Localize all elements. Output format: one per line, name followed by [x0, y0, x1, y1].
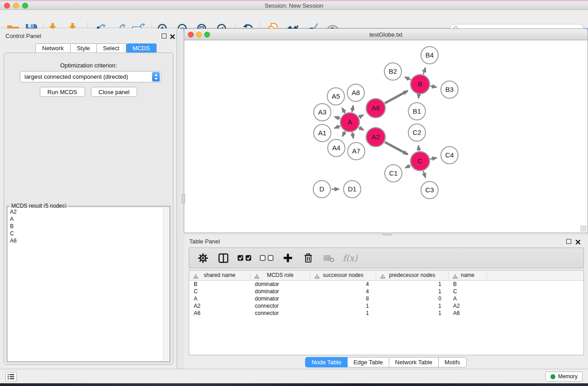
function-builder-icon[interactable]: f(x): [343, 253, 358, 263]
column-view-icon[interactable]: [217, 252, 229, 264]
graph-node-label: B1: [413, 107, 421, 115]
close-window-button[interactable]: [4, 3, 10, 9]
column-tree-icon: [254, 273, 259, 281]
table-body: Bdominator41BCdominator41CAdominator80AA…: [189, 281, 583, 317]
memory-label: Memory: [558, 373, 578, 380]
column-tree-icon: [315, 273, 320, 281]
graph-edge-C-C2[interactable]: [418, 146, 419, 151]
tab-network-table[interactable]: Network Table: [389, 357, 439, 367]
table-cell: connector: [250, 310, 311, 317]
tab-edge-table[interactable]: Edge Table: [348, 357, 389, 367]
control-panel-tabs: NetworkStyleSelectMCDS: [35, 43, 157, 53]
result-item[interactable]: A2: [8, 208, 163, 215]
table-row[interactable]: A2connector11A2: [189, 302, 583, 310]
graph-edge-A-A6[interactable]: [359, 115, 363, 117]
graph-node-label: A6: [372, 104, 380, 112]
float-table-panel-icon[interactable]: [566, 239, 571, 244]
graph-node-label: A2: [372, 133, 380, 141]
run-mcds-button[interactable]: Run MCDS: [40, 87, 85, 97]
float-panel-icon[interactable]: [162, 33, 167, 38]
graph-edge-A-A3[interactable]: [335, 117, 340, 119]
table-row[interactable]: Cdominator41C: [189, 288, 583, 295]
graph-edge-C-C4[interactable]: [430, 158, 437, 159]
graph-edge-B-B2[interactable]: [405, 77, 411, 80]
graph-edge-A-A4[interactable]: [343, 131, 345, 136]
mcds-panel: Optimization criterion: largest connecte…: [4, 52, 173, 365]
network-window-titlebar[interactable]: testGlobe.txt: [184, 29, 588, 40]
close-panel-button[interactable]: Close panel: [91, 87, 138, 97]
deselect-all-checkboxes-icon[interactable]: [259, 252, 274, 264]
trash-icon[interactable]: [302, 252, 315, 264]
column-header-MCDS-role[interactable]: MCDS role: [250, 271, 311, 281]
result-scrollbar[interactable]: [163, 208, 169, 361]
tab-mcds[interactable]: MCDS: [126, 43, 157, 53]
add-column-icon[interactable]: [282, 252, 294, 264]
result-item[interactable]: C: [8, 230, 163, 237]
select-all-checkboxes-icon[interactable]: [237, 252, 252, 264]
memory-button[interactable]: Memory: [545, 372, 583, 381]
table-cell: A: [189, 295, 250, 302]
task-history-button[interactable]: [5, 372, 17, 381]
close-table-panel-icon[interactable]: [575, 238, 581, 244]
criterion-select[interactable]: largest connected component (directed): [20, 71, 161, 82]
graph-edge-A2-C[interactable]: [385, 142, 408, 154]
gear-icon[interactable]: [196, 252, 209, 264]
graph-node-label: A7: [352, 147, 360, 155]
table-row[interactable]: Adominator80A: [189, 295, 583, 302]
close-panel-icon[interactable]: [170, 33, 175, 38]
graph-edge-A-A8[interactable]: [352, 105, 354, 112]
graph-edge-C-C3[interactable]: [423, 171, 425, 178]
desktop-background-strip: [0, 383, 588, 386]
table-cell: A6: [189, 310, 250, 317]
graph-node-label: A4: [332, 144, 340, 152]
tab-select[interactable]: Select: [97, 43, 126, 53]
graph-node-label: C1: [389, 169, 397, 177]
graph-edge-A-A1[interactable]: [335, 126, 340, 128]
minimize-window-button[interactable]: [13, 3, 19, 9]
graph-edge-A-A5[interactable]: [342, 108, 345, 113]
network-canvas[interactable]: B4B2BB3A8A5A6A3B1AA1C2A2A4A7C4CC1DD1C3: [184, 40, 588, 233]
result-item[interactable]: B: [8, 223, 163, 230]
graph-node-label: C4: [445, 151, 454, 159]
table-panel-title: Table Panel: [189, 238, 220, 245]
network-zoom-button[interactable]: [204, 32, 210, 38]
graph-node-label: A: [348, 118, 352, 126]
tab-network[interactable]: Network: [35, 43, 71, 53]
tab-node-table[interactable]: Node Table: [305, 357, 348, 367]
tab-motifs[interactable]: Motifs: [439, 357, 467, 367]
table-tabs: Node TableEdge TableNetwork TableMotifs: [184, 357, 588, 367]
graph-node-label: B3: [445, 86, 454, 93]
table-row[interactable]: Bdominator41B: [189, 281, 583, 288]
table-cell: A6: [449, 310, 487, 317]
delete-table-icon[interactable]: [322, 252, 335, 264]
column-header-predecessor-nodes[interactable]: predecessor nodes: [376, 271, 449, 281]
column-header-successor-nodes[interactable]: successor nodes: [311, 271, 376, 281]
graph-edge-A-A2[interactable]: [359, 128, 363, 130]
graph-edge-B-B3[interactable]: [430, 86, 437, 87]
table-cell: 1: [311, 302, 376, 310]
table-row[interactable]: A6connector11A6: [189, 310, 583, 317]
resize-grip-icon[interactable]: [580, 225, 587, 232]
graph-edge-B-B4[interactable]: [423, 68, 425, 75]
graph-edge-A-A7[interactable]: [352, 132, 354, 138]
column-header-name[interactable]: name: [449, 271, 487, 281]
result-item[interactable]: A: [8, 215, 163, 223]
result-item[interactable]: A6: [8, 237, 163, 244]
graph-node-label: D: [320, 185, 325, 193]
column-header-shared-name[interactable]: shared name: [189, 271, 250, 281]
split-divider-grip[interactable]: [182, 194, 185, 203]
table-cell: B: [189, 281, 250, 288]
graph-edge-A6-B[interactable]: [385, 91, 408, 103]
tab-style[interactable]: Style: [71, 43, 97, 53]
graph-node-label: B: [418, 80, 422, 88]
network-close-button[interactable]: [188, 32, 194, 38]
memory-status-dot: [550, 374, 555, 379]
zoom-window-button[interactable]: [22, 3, 28, 9]
network-window: testGlobe.txt B4B2BB3A8A5A6A3B1AA1C2A2A4…: [184, 29, 588, 233]
network-minimize-button[interactable]: [196, 32, 202, 38]
graph-edge-B-B1[interactable]: [418, 95, 419, 98]
network-graph[interactable]: B4B2BB3A8A5A6A3B1AA1C2A2A4A7C4CC1DD1C3: [184, 40, 588, 233]
criterion-select-value: largest connected component (directed): [20, 73, 152, 80]
table-cell: 1: [376, 288, 449, 295]
graph-edge-C-C1[interactable]: [405, 166, 411, 168]
